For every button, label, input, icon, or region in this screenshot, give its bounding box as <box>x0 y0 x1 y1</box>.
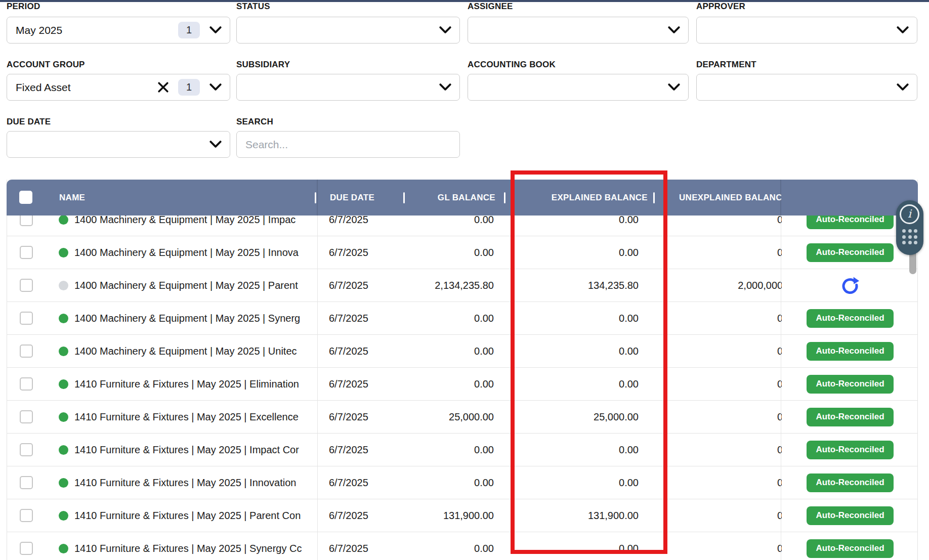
status-badge: Auto-Reconciled <box>807 309 894 328</box>
status-badge: Auto-Reconciled <box>807 408 894 426</box>
redo-icon[interactable] <box>840 276 860 295</box>
status-dot <box>59 478 68 488</box>
unexplained-balance-cell: 2,000,000.00 <box>657 269 782 301</box>
gl-balance-cell: 131,900.00 <box>443 499 494 532</box>
column-header-due-date[interactable]: DUE DATE <box>330 180 374 216</box>
status-dot <box>59 511 68 521</box>
approver-select[interactable] <box>696 17 917 44</box>
chevron-down-icon[interactable] <box>209 141 222 148</box>
explained-balance-cell: 0.00 <box>619 368 639 400</box>
reconciliation-name[interactable]: 1410 Furniture & Fixtures | May 2025 | E… <box>74 401 315 433</box>
search-box <box>236 131 460 158</box>
row-checkbox[interactable] <box>20 476 33 489</box>
unexplained-balance-cell: 0.00 <box>657 434 782 466</box>
status-select[interactable] <box>236 17 460 44</box>
clear-filter-icon[interactable] <box>157 81 169 93</box>
period-label: PERIOD <box>7 2 40 12</box>
due-date-cell: 6/7/2025 <box>329 368 368 400</box>
column-separator[interactable] <box>653 192 655 203</box>
reconciliation-name[interactable]: 1410 Furniture & Fixtures | May 2025 | P… <box>74 499 315 532</box>
due-date-select[interactable] <box>7 131 230 158</box>
unexplained-balance-cell: 0.00 <box>657 401 782 433</box>
chevron-down-icon[interactable] <box>667 83 681 91</box>
select-all-checkbox[interactable] <box>19 191 32 204</box>
chevron-down-icon[interactable] <box>896 83 909 91</box>
column-header-name[interactable]: NAME <box>59 180 85 216</box>
reconciliation-name[interactable]: 1410 Furniture & Fixtures | May 2025 | S… <box>74 532 315 560</box>
assignee-select[interactable] <box>468 17 689 44</box>
period-select[interactable]: May 2025 1 <box>7 17 230 44</box>
column-header-unexplained-balance[interactable]: UNEXPLAINED BALANCE <box>679 180 781 216</box>
accounting-book-select[interactable] <box>468 74 689 101</box>
row-checkbox[interactable] <box>20 542 33 555</box>
explained-balance-cell: 0.00 <box>619 532 639 560</box>
due-date-cell: 6/7/2025 <box>329 302 368 334</box>
due-date-cell: 6/7/2025 <box>329 269 368 301</box>
reconciliation-name[interactable]: 1400 Machinery & Equipment | May 2025 | … <box>74 269 315 301</box>
chevron-down-icon[interactable] <box>209 83 222 91</box>
chevron-down-icon[interactable] <box>439 83 452 91</box>
search-input[interactable] <box>245 132 452 157</box>
column-separator[interactable] <box>403 192 405 203</box>
reconciliation-name[interactable]: 1410 Furniture & Fixtures | May 2025 | I… <box>74 466 315 499</box>
row-checkbox[interactable] <box>20 246 33 259</box>
row-checkbox[interactable] <box>20 443 33 456</box>
status-dot <box>59 445 68 455</box>
department-select[interactable] <box>696 74 917 101</box>
reconciliation-name[interactable]: 1410 Furniture & Fixtures | May 2025 | E… <box>74 368 315 400</box>
row-checkbox[interactable] <box>20 216 33 226</box>
chevron-down-icon[interactable] <box>896 26 909 34</box>
row-checkbox[interactable] <box>20 312 33 325</box>
chevron-down-icon[interactable] <box>667 26 681 34</box>
row-checkbox[interactable] <box>20 377 33 391</box>
column-separator[interactable] <box>315 192 316 203</box>
explained-balance-cell: 131,900.00 <box>588 499 639 532</box>
unexplained-balance-cell: 0.00 <box>657 532 782 560</box>
reconciliation-name[interactable]: 1400 Machinery & Equipment | May 2025 | … <box>74 236 315 269</box>
explained-balance-cell: 0.00 <box>619 434 639 466</box>
status-dot <box>59 347 68 356</box>
grid-dots-icon[interactable] <box>902 229 917 244</box>
table-header: NAME DUE DATE GL BALANCE EXPLAINED BALAN… <box>7 180 918 216</box>
reconciliation-name[interactable]: 1400 Machinery & Equipment | May 2025 | … <box>74 302 315 334</box>
reconciliation-table: NAME DUE DATE GL BALANCE EXPLAINED BALAN… <box>7 180 918 560</box>
row-checkbox[interactable] <box>20 344 33 358</box>
status-badge: Auto-Reconciled <box>807 506 894 525</box>
column-header-explained-balance[interactable]: EXPLAINED BALANCE <box>552 180 648 216</box>
info-icon[interactable]: i <box>900 204 919 224</box>
row-checkbox[interactable] <box>20 279 33 292</box>
column-separator[interactable] <box>504 192 505 203</box>
gl-balance-cell: 0.00 <box>474 216 494 236</box>
column-header-gl-balance[interactable]: GL BALANCE <box>438 180 495 216</box>
explained-balance-cell: 0.00 <box>619 236 639 269</box>
subsidiary-label: SUBSIDIARY <box>236 60 290 70</box>
approver-label: APPROVER <box>696 2 745 12</box>
gl-balance-cell: 0.00 <box>474 466 494 499</box>
status-dot <box>59 314 68 323</box>
gl-balance-cell: 0.00 <box>474 236 494 269</box>
due-date-cell: 6/7/2025 <box>329 532 368 560</box>
assignee-label: ASSIGNEE <box>468 2 513 12</box>
due-date-cell: 6/7/2025 <box>329 466 368 499</box>
row-checkbox[interactable] <box>20 509 33 522</box>
account-group-count-badge: 1 <box>178 79 200 96</box>
subsidiary-select[interactable] <box>236 74 460 101</box>
status-badge: Auto-Reconciled <box>807 243 894 262</box>
chevron-down-icon[interactable] <box>209 26 222 34</box>
unexplained-balance-cell: 0.00 <box>657 466 782 499</box>
row-checkbox[interactable] <box>20 410 33 423</box>
explained-balance-cell: 0.00 <box>619 335 639 367</box>
reconciliation-name[interactable]: 1400 Machinery & Equipment | May 2025 | … <box>74 216 315 236</box>
status-badge: Auto-Reconciled <box>807 441 894 459</box>
account-group-select[interactable]: Fixed Asset 1 <box>7 74 230 101</box>
explained-balance-cell: 0.00 <box>619 302 639 334</box>
account-group-label: ACCOUNT GROUP <box>7 60 85 70</box>
help-widget[interactable]: i <box>896 200 923 255</box>
reconciliation-name[interactable]: 1400 Machinery & Equipment | May 2025 | … <box>74 335 315 367</box>
reconciliation-name[interactable]: 1410 Furniture & Fixtures | May 2025 | I… <box>74 434 315 466</box>
chevron-down-icon[interactable] <box>439 26 452 34</box>
status-dot <box>59 281 68 290</box>
due-date-cell: 6/7/2025 <box>329 499 368 532</box>
explained-balance-cell: 134,235.80 <box>588 269 639 301</box>
column-divider <box>317 180 318 216</box>
